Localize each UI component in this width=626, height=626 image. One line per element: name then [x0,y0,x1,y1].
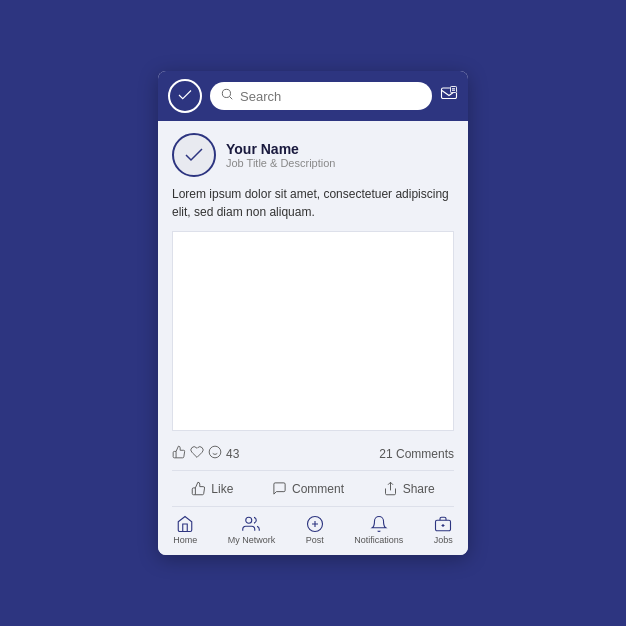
avatar [172,133,216,177]
nav-my-network[interactable]: My Network [228,515,276,545]
nav-jobs[interactable]: Jobs [434,515,453,545]
svg-rect-3 [451,87,457,93]
reaction-icons: 43 [172,445,239,462]
svg-line-1 [230,97,233,100]
search-input[interactable] [240,89,422,104]
nav-notifications[interactable]: Notifications [354,515,403,545]
comment-button[interactable]: Comment [264,477,352,500]
post-text: Lorem ipsum dolor sit amet, consectetuer… [172,185,454,221]
share-button[interactable]: Share [375,477,443,500]
comment-label: Comment [292,482,344,496]
like-button[interactable]: Like [183,477,241,500]
user-info: Your Name Job Title & Description [226,141,335,169]
svg-point-7 [209,446,221,458]
logo-icon [176,86,194,107]
reaction-count: 43 [226,447,239,461]
post-card: Your Name Job Title & Description Lorem … [158,121,468,507]
top-nav [158,71,468,121]
action-buttons: Like Comment Share [172,471,454,507]
search-bar[interactable] [210,82,432,110]
phone-frame: Your Name Job Title & Description Lorem … [158,71,468,555]
nav-post-label: Post [306,535,324,545]
share-label: Share [403,482,435,496]
nav-post[interactable]: Post [306,515,324,545]
nav-my-network-label: My Network [228,535,276,545]
logo [168,79,202,113]
nav-notifications-label: Notifications [354,535,403,545]
like-label: Like [211,482,233,496]
heart-icon [190,445,204,462]
message-icon[interactable] [440,85,458,107]
nav-home-label: Home [173,535,197,545]
smile-icon [208,445,222,462]
svg-point-0 [222,89,230,97]
thumbs-up-icon [172,445,186,462]
svg-point-11 [246,517,252,523]
nav-jobs-label: Jobs [434,535,453,545]
bottom-nav: Home My Network Post Notif [158,507,468,555]
post-header: Your Name Job Title & Description [172,133,454,177]
comments-count: 21 Comments [379,447,454,461]
user-name: Your Name [226,141,335,157]
search-icon [220,87,234,105]
nav-home[interactable]: Home [173,515,197,545]
user-title: Job Title & Description [226,157,335,169]
post-image [172,231,454,431]
reactions-row: 43 21 Comments [172,441,454,471]
